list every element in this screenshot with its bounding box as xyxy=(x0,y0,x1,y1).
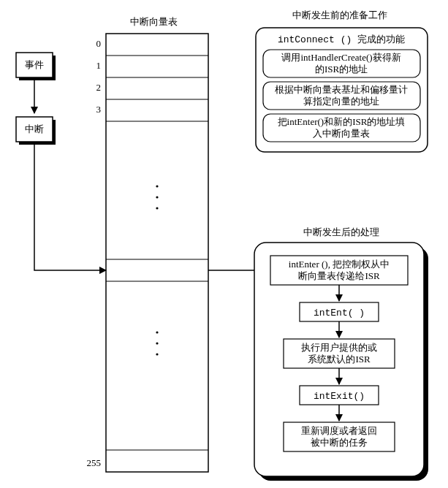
prep-title: 中断发生前的准备工作 xyxy=(292,9,387,20)
handle-s3a: 执行用户提供的或 xyxy=(301,342,377,353)
handle-title: 中断发生后的处理 xyxy=(303,226,379,237)
row-idx-2: 2 xyxy=(96,82,102,93)
handle-s5a: 重新调度或者返回 xyxy=(301,425,377,436)
handle-s1a: intEnter (), 把控制权从中 xyxy=(289,259,390,270)
svg-point-15 xyxy=(156,353,158,355)
table-title: 中断向量表 xyxy=(130,16,178,27)
svg-point-13 xyxy=(156,331,158,333)
svg-point-10 xyxy=(156,185,158,187)
handle-s1b: 断向量表传递给ISR xyxy=(298,270,380,281)
prep-step2b: 算指定向量的地址 xyxy=(303,96,379,107)
prep-step1a: 调用intHandlerCreate()获得新 xyxy=(281,52,400,63)
prep-step1b: 的ISR的地址 xyxy=(315,64,368,75)
svg-point-11 xyxy=(156,196,158,198)
row-idx-0: 0 xyxy=(96,38,102,49)
handle-panel: 中断发生后的处理 intEnter (), 把控制权从中 断向量表传递给ISR … xyxy=(254,226,428,481)
row-idx-255: 255 xyxy=(87,457,102,468)
events-column: 事件 中断 xyxy=(16,53,56,145)
prep-subtitle: intConnect () 完成的功能 xyxy=(278,34,405,45)
interrupt-label: 中断 xyxy=(25,123,44,134)
vector-table: 中断向量表 0 1 2 3 255 xyxy=(87,16,209,472)
handle-s5b: 被中断的任务 xyxy=(311,437,368,448)
svg-point-12 xyxy=(156,207,158,209)
handle-s4: intExit() xyxy=(314,391,365,402)
handle-s3b: 系统默认的ISR xyxy=(308,354,371,365)
svg-point-14 xyxy=(156,342,158,344)
prep-panel: 中断发生前的准备工作 intConnect () 完成的功能 调用intHand… xyxy=(256,9,428,152)
prep-step3a: 把intEnter()和新的ISR的地址填 xyxy=(278,116,406,127)
event-label: 事件 xyxy=(25,59,44,70)
row-idx-1: 1 xyxy=(96,60,102,71)
handle-s2: intEnt( ) xyxy=(314,308,365,319)
row-idx-3: 3 xyxy=(96,104,102,115)
arrow-interrupt-to-table xyxy=(34,142,106,270)
prep-step3b: 入中断向量表 xyxy=(313,128,370,139)
prep-step2a: 根据中断向量表基址和偏移量计 xyxy=(275,84,408,95)
